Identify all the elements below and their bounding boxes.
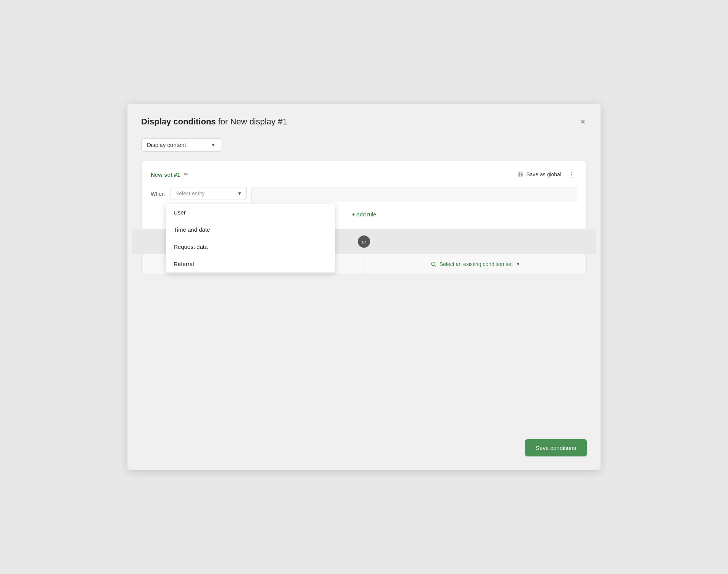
chevron-down-icon: ▼	[211, 142, 216, 148]
condition-set-card: New set #1 ✏ Save as global ⋮ Wh	[141, 161, 587, 229]
condition-input[interactable]	[251, 187, 577, 202]
when-row: When Select entity ▼ User Time and date …	[151, 187, 577, 202]
more-options-button[interactable]: ⋮	[566, 169, 577, 179]
dropdown-item-user[interactable]: User	[166, 204, 335, 221]
save-global-label: Save as global	[526, 171, 561, 177]
modal: Display conditions for New display #1 × …	[127, 104, 601, 470]
card-header: New set #1 ✏ Save as global ⋮	[151, 169, 577, 179]
card-actions: Save as global ⋮	[517, 169, 577, 179]
display-content-dropdown[interactable]: Display content ▼	[141, 138, 221, 152]
entity-dropdown-menu: User Time and date Request data Referral	[166, 204, 335, 272]
entity-placeholder: Select entity	[176, 190, 205, 197]
globe-icon	[517, 171, 524, 178]
chevron-down-icon: ▼	[237, 191, 242, 196]
svg-point-3	[431, 262, 435, 266]
svg-line-4	[435, 265, 436, 267]
modal-title-rest: for New display #1	[218, 117, 287, 126]
modal-title: Display conditions for New display #1	[141, 117, 287, 127]
or-badge: or	[358, 235, 370, 248]
edit-icon[interactable]: ✏	[184, 171, 188, 177]
search-icon	[430, 261, 436, 267]
dropdown-item-request-data[interactable]: Request data	[166, 238, 335, 255]
close-button[interactable]: ×	[579, 116, 587, 127]
chevron-down-icon: ▼	[516, 261, 520, 267]
modal-title-bold: Display conditions	[141, 117, 216, 126]
dropdown-item-referral[interactable]: Referral	[166, 255, 335, 272]
set-title: New set #1 ✏	[151, 171, 188, 178]
when-label: When	[151, 187, 166, 197]
modal-header: Display conditions for New display #1 ×	[141, 116, 587, 127]
entity-dropdown[interactable]: Select entity ▼	[171, 187, 247, 200]
select-existing-condition-button[interactable]: Select an existing condition set ▼	[364, 254, 587, 274]
dropdown-item-time-and-date[interactable]: Time and date	[166, 221, 335, 238]
save-conditions-button[interactable]: Save conditions	[525, 439, 587, 456]
display-content-label: Display content	[147, 142, 186, 148]
save-global-button[interactable]: Save as global	[517, 171, 561, 178]
set-title-text: New set #1	[151, 171, 180, 178]
